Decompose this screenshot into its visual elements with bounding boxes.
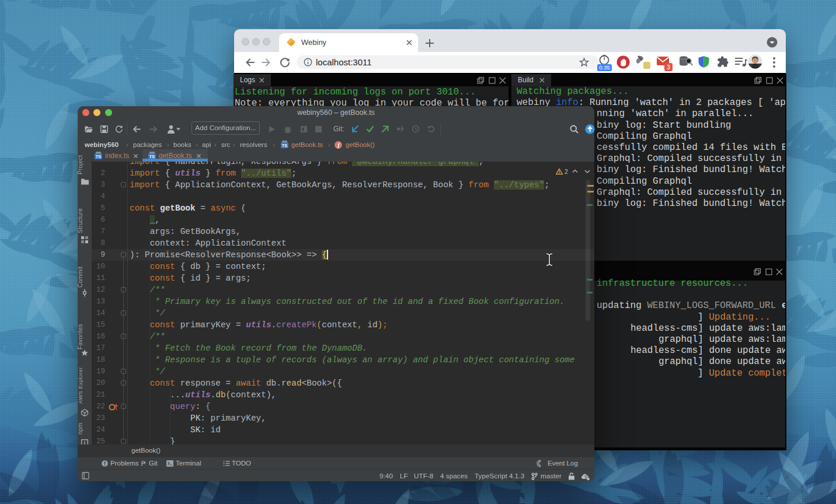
svg-text:TS: TS	[96, 154, 102, 159]
svg-text:TS: TS	[282, 143, 288, 148]
svg-text:3: 3	[667, 64, 670, 71]
svg-text:2: 2	[565, 168, 568, 175]
svg-text:0.35: 0.35	[599, 64, 610, 71]
